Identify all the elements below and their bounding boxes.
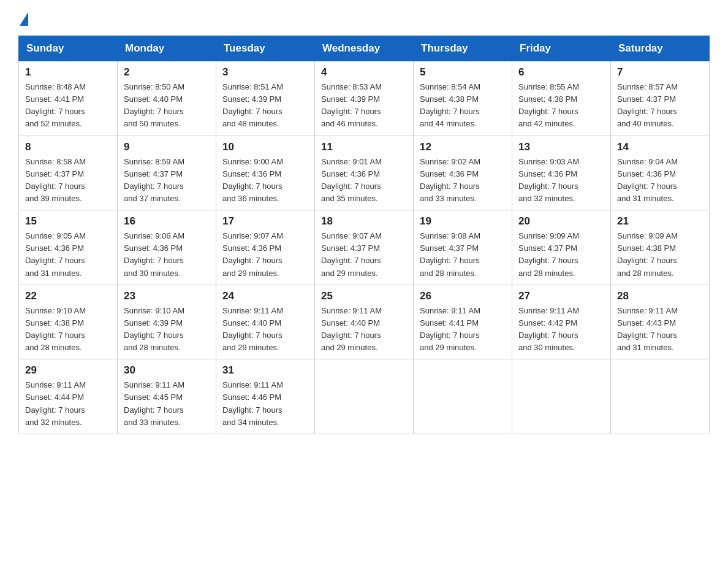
day-info: Sunrise: 8:53 AM Sunset: 4:39 PM Dayligh… bbox=[321, 81, 407, 131]
day-number: 27 bbox=[518, 290, 604, 302]
page-header bbox=[18, 12, 710, 23]
day-number: 21 bbox=[617, 215, 703, 228]
day-info: Sunrise: 9:04 AM Sunset: 4:36 PM Dayligh… bbox=[617, 156, 703, 205]
day-number: 14 bbox=[617, 141, 703, 153]
day-number: 9 bbox=[124, 141, 210, 153]
day-number: 18 bbox=[321, 215, 407, 228]
day-number: 30 bbox=[124, 364, 210, 377]
calendar-cell: 28 Sunrise: 9:11 AM Sunset: 4:43 PM Dayl… bbox=[611, 285, 710, 359]
day-info: Sunrise: 8:54 AM Sunset: 4:38 PM Dayligh… bbox=[420, 81, 506, 131]
day-of-week-header: Thursday bbox=[414, 36, 512, 61]
calendar-week-row: 15 Sunrise: 9:05 AM Sunset: 4:36 PM Dayl… bbox=[19, 210, 710, 285]
calendar-cell: 30 Sunrise: 9:11 AM Sunset: 4:45 PM Dayl… bbox=[118, 359, 216, 434]
day-info: Sunrise: 9:11 AM Sunset: 4:41 PM Dayligh… bbox=[420, 305, 506, 354]
calendar-cell: 2 Sunrise: 8:50 AM Sunset: 4:40 PM Dayli… bbox=[118, 61, 216, 136]
day-number: 19 bbox=[420, 215, 506, 228]
day-number: 26 bbox=[420, 290, 506, 302]
calendar-cell: 27 Sunrise: 9:11 AM Sunset: 4:42 PM Dayl… bbox=[512, 285, 611, 359]
day-of-week-header: Sunday bbox=[19, 36, 118, 61]
day-of-week-header: Monday bbox=[118, 36, 216, 61]
calendar-cell: 15 Sunrise: 9:05 AM Sunset: 4:36 PM Dayl… bbox=[19, 210, 118, 285]
calendar-cell: 1 Sunrise: 8:48 AM Sunset: 4:41 PM Dayli… bbox=[19, 61, 118, 136]
day-info: Sunrise: 9:01 AM Sunset: 4:36 PM Dayligh… bbox=[321, 156, 407, 205]
calendar-table: SundayMondayTuesdayWednesdayThursdayFrid… bbox=[18, 36, 710, 434]
day-number: 24 bbox=[222, 290, 308, 302]
day-info: Sunrise: 9:05 AM Sunset: 4:36 PM Dayligh… bbox=[25, 230, 111, 280]
calendar-cell: 23 Sunrise: 9:10 AM Sunset: 4:39 PM Dayl… bbox=[118, 285, 216, 359]
day-info: Sunrise: 9:03 AM Sunset: 4:36 PM Dayligh… bbox=[518, 156, 604, 205]
calendar-cell: 19 Sunrise: 9:08 AM Sunset: 4:37 PM Dayl… bbox=[414, 210, 512, 285]
calendar-cell: 10 Sunrise: 9:00 AM Sunset: 4:36 PM Dayl… bbox=[216, 136, 315, 210]
day-info: Sunrise: 9:11 AM Sunset: 4:43 PM Dayligh… bbox=[617, 305, 703, 354]
day-info: Sunrise: 8:50 AM Sunset: 4:40 PM Dayligh… bbox=[124, 81, 210, 131]
calendar-cell: 22 Sunrise: 9:10 AM Sunset: 4:38 PM Dayl… bbox=[19, 285, 118, 359]
day-info: Sunrise: 9:08 AM Sunset: 4:37 PM Dayligh… bbox=[420, 230, 506, 280]
calendar-cell: 8 Sunrise: 8:58 AM Sunset: 4:37 PM Dayli… bbox=[19, 136, 118, 210]
calendar-cell: 3 Sunrise: 8:51 AM Sunset: 4:39 PM Dayli… bbox=[216, 61, 315, 136]
calendar-cell: 31 Sunrise: 9:11 AM Sunset: 4:46 PM Dayl… bbox=[216, 359, 315, 434]
day-info: Sunrise: 9:07 AM Sunset: 4:37 PM Dayligh… bbox=[321, 230, 407, 280]
day-info: Sunrise: 8:57 AM Sunset: 4:37 PM Dayligh… bbox=[617, 81, 703, 131]
calendar-week-row: 29 Sunrise: 9:11 AM Sunset: 4:44 PM Dayl… bbox=[19, 359, 710, 434]
calendar-cell: 26 Sunrise: 9:11 AM Sunset: 4:41 PM Dayl… bbox=[414, 285, 512, 359]
day-number: 10 bbox=[222, 141, 308, 153]
calendar-cell bbox=[512, 359, 611, 434]
calendar-week-row: 8 Sunrise: 8:58 AM Sunset: 4:37 PM Dayli… bbox=[19, 136, 710, 210]
day-of-week-header: Saturday bbox=[611, 36, 710, 61]
day-info: Sunrise: 9:11 AM Sunset: 4:40 PM Dayligh… bbox=[222, 305, 308, 354]
day-info: Sunrise: 9:00 AM Sunset: 4:36 PM Dayligh… bbox=[222, 156, 308, 205]
calendar-header-row: SundayMondayTuesdayWednesdayThursdayFrid… bbox=[19, 36, 710, 61]
day-number: 13 bbox=[518, 141, 604, 153]
calendar-cell: 16 Sunrise: 9:06 AM Sunset: 4:36 PM Dayl… bbox=[118, 210, 216, 285]
calendar-cell: 17 Sunrise: 9:07 AM Sunset: 4:36 PM Dayl… bbox=[216, 210, 315, 285]
logo bbox=[18, 12, 29, 23]
day-number: 11 bbox=[321, 141, 407, 153]
day-info: Sunrise: 9:11 AM Sunset: 4:42 PM Dayligh… bbox=[518, 305, 604, 354]
day-number: 31 bbox=[222, 364, 308, 377]
day-number: 25 bbox=[321, 290, 407, 302]
day-number: 20 bbox=[518, 215, 604, 228]
calendar-cell: 29 Sunrise: 9:11 AM Sunset: 4:44 PM Dayl… bbox=[19, 359, 118, 434]
calendar-cell: 11 Sunrise: 9:01 AM Sunset: 4:36 PM Dayl… bbox=[315, 136, 414, 210]
calendar-cell bbox=[315, 359, 414, 434]
calendar-cell: 18 Sunrise: 9:07 AM Sunset: 4:37 PM Dayl… bbox=[315, 210, 414, 285]
day-info: Sunrise: 9:02 AM Sunset: 4:36 PM Dayligh… bbox=[420, 156, 506, 205]
day-number: 28 bbox=[617, 290, 703, 302]
day-number: 23 bbox=[124, 290, 210, 302]
day-info: Sunrise: 9:11 AM Sunset: 4:45 PM Dayligh… bbox=[124, 379, 210, 429]
calendar-cell: 13 Sunrise: 9:03 AM Sunset: 4:36 PM Dayl… bbox=[512, 136, 611, 210]
day-number: 29 bbox=[25, 364, 111, 377]
calendar-cell: 5 Sunrise: 8:54 AM Sunset: 4:38 PM Dayli… bbox=[414, 61, 512, 136]
calendar-cell: 20 Sunrise: 9:09 AM Sunset: 4:37 PM Dayl… bbox=[512, 210, 611, 285]
calendar-cell: 24 Sunrise: 9:11 AM Sunset: 4:40 PM Dayl… bbox=[216, 285, 315, 359]
day-number: 22 bbox=[25, 290, 111, 302]
day-number: 15 bbox=[25, 215, 111, 228]
calendar-cell: 25 Sunrise: 9:11 AM Sunset: 4:40 PM Dayl… bbox=[315, 285, 414, 359]
day-number: 8 bbox=[25, 141, 111, 153]
day-info: Sunrise: 9:11 AM Sunset: 4:46 PM Dayligh… bbox=[222, 379, 308, 429]
calendar-cell: 12 Sunrise: 9:02 AM Sunset: 4:36 PM Dayl… bbox=[414, 136, 512, 210]
calendar-cell: 6 Sunrise: 8:55 AM Sunset: 4:38 PM Dayli… bbox=[512, 61, 611, 136]
day-number: 17 bbox=[222, 215, 308, 228]
day-info: Sunrise: 9:10 AM Sunset: 4:39 PM Dayligh… bbox=[124, 305, 210, 354]
calendar-week-row: 22 Sunrise: 9:10 AM Sunset: 4:38 PM Dayl… bbox=[19, 285, 710, 359]
day-info: Sunrise: 9:06 AM Sunset: 4:36 PM Dayligh… bbox=[124, 230, 210, 280]
day-info: Sunrise: 8:59 AM Sunset: 4:37 PM Dayligh… bbox=[124, 156, 210, 205]
day-info: Sunrise: 8:51 AM Sunset: 4:39 PM Dayligh… bbox=[222, 81, 308, 131]
calendar-cell bbox=[414, 359, 512, 434]
calendar-cell: 9 Sunrise: 8:59 AM Sunset: 4:37 PM Dayli… bbox=[118, 136, 216, 210]
day-info: Sunrise: 9:10 AM Sunset: 4:38 PM Dayligh… bbox=[25, 305, 111, 354]
day-number: 1 bbox=[25, 66, 111, 79]
day-info: Sunrise: 9:09 AM Sunset: 4:37 PM Dayligh… bbox=[518, 230, 604, 280]
calendar-week-row: 1 Sunrise: 8:48 AM Sunset: 4:41 PM Dayli… bbox=[19, 61, 710, 136]
day-info: Sunrise: 8:55 AM Sunset: 4:38 PM Dayligh… bbox=[518, 81, 604, 131]
day-info: Sunrise: 9:11 AM Sunset: 4:40 PM Dayligh… bbox=[321, 305, 407, 354]
calendar-cell: 7 Sunrise: 8:57 AM Sunset: 4:37 PM Dayli… bbox=[611, 61, 710, 136]
day-info: Sunrise: 8:58 AM Sunset: 4:37 PM Dayligh… bbox=[25, 156, 111, 205]
day-info: Sunrise: 8:48 AM Sunset: 4:41 PM Dayligh… bbox=[25, 81, 111, 131]
calendar-cell bbox=[611, 359, 710, 434]
day-of-week-header: Tuesday bbox=[216, 36, 315, 61]
day-number: 16 bbox=[124, 215, 210, 228]
day-number: 3 bbox=[222, 66, 308, 79]
day-info: Sunrise: 9:11 AM Sunset: 4:44 PM Dayligh… bbox=[25, 379, 111, 429]
